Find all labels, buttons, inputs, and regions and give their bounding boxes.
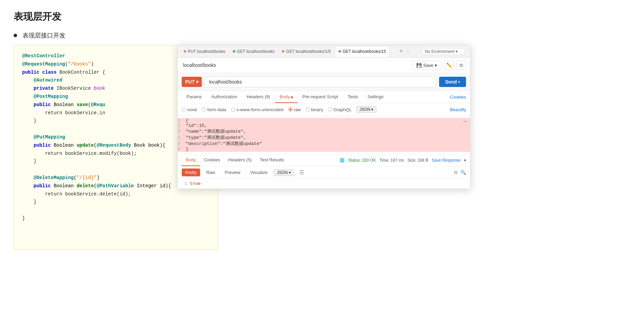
env-label: No Environment <box>425 49 454 54</box>
resp-type-preview[interactable]: Preview <box>221 168 244 176</box>
sub-nav-headers[interactable]: Headers (9) <box>242 91 275 103</box>
bullet-item: 表现层接口开发 <box>14 31 630 40</box>
body-type-row: none form-data x-www-form-urlencoded raw… <box>178 103 470 116</box>
sub-nav-params[interactable]: Params <box>182 91 207 103</box>
line-num: 3 <box>178 129 183 134</box>
postman-window: PUT localhost/books GET localhost/books … <box>177 45 470 189</box>
body-type-binary-label: binary <box>311 107 323 112</box>
new-tab-icon[interactable]: + <box>399 48 403 55</box>
line-num: 6 <box>178 146 183 152</box>
body-type-formdata-label: form-data <box>207 107 226 112</box>
response-status: Status: 200 OK <box>348 158 376 163</box>
body-type-graphql[interactable]: GraphQL <box>328 107 351 112</box>
line-num: 5 <box>178 141 183 147</box>
code-line: return bookService.delete(id); <box>22 190 210 199</box>
pm-tab-actions: + ··· <box>399 48 409 55</box>
pm-tab-get-books-paged[interactable]: GET localhost/books/1/5 <box>279 46 334 57</box>
body-type-urlencoded[interactable]: x-www-form-urlencoded <box>231 107 284 112</box>
sub-nav-body[interactable]: Body <box>275 91 298 103</box>
line-num: 4 <box>178 135 183 141</box>
resp-tab-cookies[interactable]: Cookies <box>200 154 224 166</box>
resp-type-pretty[interactable]: Pretty <box>182 168 200 176</box>
body-label: Body <box>280 94 290 99</box>
pm-tab-put-books[interactable]: PUT localhost/books <box>180 46 229 57</box>
body-type-formdata[interactable]: form-data <box>202 107 226 112</box>
resp-json-chevron: ▾ <box>289 170 291 175</box>
sub-nav-tests[interactable]: Tests <box>343 91 363 103</box>
resp-tab-headers[interactable]: Headers (5) <box>224 154 256 166</box>
body-type-raw-label: raw <box>294 107 301 112</box>
resp-action-icons: ⧉ 🔍 <box>454 170 466 175</box>
req-line-3: 3 "name":"测试数据update", <box>178 128 470 134</box>
resp-tab-body[interactable]: Body <box>182 154 200 166</box>
response-size: Size: 168 B <box>407 158 428 163</box>
save-icon: 💾 <box>416 63 422 68</box>
globe-icon: 🌐 <box>340 158 345 163</box>
radio-formdata <box>202 107 206 112</box>
line-content: "name":"测试数据update", <box>186 129 246 134</box>
tab-dot <box>233 50 235 53</box>
pm-tab-get-books[interactable]: GET localhost/books <box>229 46 278 57</box>
code-line: } <box>22 198 210 206</box>
send-button[interactable]: Send ▾ <box>439 77 466 87</box>
copy-icon-btn[interactable]: ⧉ <box>456 60 466 70</box>
line-content: "id":15, <box>186 123 207 129</box>
url-input[interactable] <box>205 76 436 87</box>
resp-json-badge[interactable]: JSON ▾ <box>274 169 294 176</box>
method-select[interactable]: PUT ▾ <box>182 77 202 87</box>
tab-dot <box>282 50 284 53</box>
edit-icon-btn[interactable]: ✏️ <box>444 60 454 70</box>
address-input[interactable] <box>182 61 409 69</box>
copy-resp-icon[interactable]: ⧉ <box>454 170 458 175</box>
tab-label: GET localhost/books/15 <box>343 49 386 54</box>
line-content: } <box>186 146 189 152</box>
content-area: @RestController @RequestMapping("/books"… <box>14 45 630 250</box>
more-tabs-icon[interactable]: ··· <box>406 49 410 54</box>
sub-nav-settings[interactable]: Settings <box>363 91 388 103</box>
response-meta: 🌐 Status: 200 OK Time: 107 ms Size: 168 … <box>340 158 466 163</box>
collapse-btn[interactable]: − <box>463 118 467 125</box>
env-select[interactable]: No Environment ▾ <box>422 48 465 55</box>
cookies-link[interactable]: Cookies <box>450 94 466 100</box>
tab-dot <box>339 50 341 53</box>
json-format-badge[interactable]: JSON ▾ <box>356 106 376 113</box>
filter-icon[interactable]: ☰ <box>299 169 304 176</box>
bullet-text: 表现层接口开发 <box>23 31 65 40</box>
code-line <box>22 206 210 215</box>
resp-type-visualize[interactable]: Visualize <box>246 168 271 176</box>
line-content: "type":"测试数据update", <box>186 135 246 141</box>
radio-urlencoded <box>231 107 235 112</box>
beautify-button[interactable]: Beautify <box>450 107 466 112</box>
response-nav: Body Cookies Headers (5) Test Results 🌐 … <box>178 154 470 166</box>
response-time: Time: 107 ms <box>379 158 404 163</box>
body-type-binary[interactable]: binary <box>306 107 323 112</box>
search-resp-icon[interactable]: 🔍 <box>460 170 466 175</box>
body-type-graphql-label: GraphQL <box>333 107 351 112</box>
send-chevron: ▾ <box>458 80 460 84</box>
resp-type-raw[interactable]: Raw <box>203 168 219 176</box>
request-body-code: − 1 { 2 "id":15, 3 "name":"测试数据update", … <box>178 116 470 154</box>
body-type-urlencoded-label: x-www-form-urlencoded <box>237 107 284 112</box>
save-resp-chevron: ▾ <box>464 158 466 163</box>
body-type-raw[interactable]: raw <box>288 107 301 112</box>
req-line-1: 1 { <box>178 118 470 123</box>
req-line-2: 2 "id":15, <box>178 123 470 128</box>
req-line-5: 5 "description":"测试数据update" <box>178 141 470 147</box>
body-type-none[interactable]: none <box>182 107 197 112</box>
json-badge-chevron: ▾ <box>371 107 373 112</box>
body-type-none-label: none <box>187 107 197 112</box>
tab-label: GET localhost/books <box>237 49 275 54</box>
pm-tab-get-books-15[interactable]: GET localhost/books/15 <box>335 46 390 57</box>
save-response-btn[interactable]: Save Response <box>432 158 461 163</box>
code-line: } <box>22 215 210 223</box>
resp-json-label: JSON <box>277 170 288 175</box>
sub-nav-prerequest[interactable]: Pre-request Script <box>298 91 343 103</box>
radio-none <box>182 107 186 112</box>
tab-label: GET localhost/books/1/5 <box>286 49 331 54</box>
bullet-dot <box>14 34 17 37</box>
save-button[interactable]: 💾 Save ▾ <box>412 61 441 70</box>
resp-tab-testresults[interactable]: Test Results <box>256 154 288 166</box>
method-label: PUT <box>185 79 195 85</box>
sub-nav-authorization[interactable]: Authorization <box>207 91 242 103</box>
line-content: "description":"测试数据update" <box>186 141 262 147</box>
